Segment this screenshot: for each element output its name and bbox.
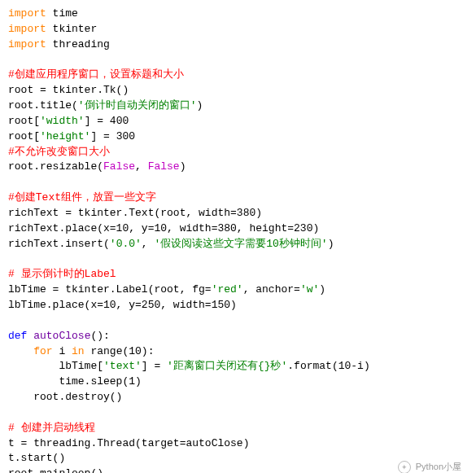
keyword-for: for xyxy=(33,345,52,357)
comment: #创建Text组件，放置一些文字 xyxy=(8,191,156,204)
code-text: t = threading.Thread(target=autoClose) xyxy=(8,437,249,449)
code-text: tkinter xyxy=(46,23,97,35)
watermark: ✦ Python小屋 xyxy=(398,461,461,473)
keyword-import: import xyxy=(8,7,46,20)
code-text: range(10): xyxy=(85,345,155,357)
code-text: ] = 300 xyxy=(90,130,135,142)
code-text: , xyxy=(142,238,155,250)
code-text: root[ xyxy=(8,115,40,127)
string: '0.0' xyxy=(110,238,142,250)
code-text: lbTime[ xyxy=(8,360,103,372)
string: '倒计时自动关闭的窗口' xyxy=(78,99,197,112)
code-text: ) xyxy=(319,283,325,296)
string: 'height' xyxy=(40,130,90,142)
code-text: lbTime = tkinter.Label(root, fg= xyxy=(8,283,212,296)
comment: #创建应用程序窗口，设置标题和大小 xyxy=(8,68,184,81)
code-text: root[ xyxy=(8,130,40,142)
comment: # 显示倒计时的Label xyxy=(8,268,116,280)
keyword-import: import xyxy=(8,23,46,35)
wechat-icon: ✦ xyxy=(398,461,411,473)
code-text: ] = 400 xyxy=(85,115,129,127)
string: 'w' xyxy=(300,283,319,296)
string: '距离窗口关闭还有{}秒' xyxy=(167,360,287,372)
code-text: lbTime.place(x=10, y=250, width=150) xyxy=(8,299,237,311)
string: 'width' xyxy=(40,115,85,127)
code-text: , anchor= xyxy=(243,283,300,296)
watermark-text: Python小屋 xyxy=(416,461,461,473)
keyword-false: False xyxy=(148,160,180,173)
code-text: richText.place(x=10, y=10, width=380, he… xyxy=(8,222,319,234)
comment: # 创建并启动线程 xyxy=(8,422,95,434)
code-text: ) xyxy=(196,99,203,112)
code-block: import time import tkinter import thread… xyxy=(8,7,468,473)
code-text: t.start() xyxy=(8,452,65,464)
code-text: root.resizable( xyxy=(8,160,103,173)
keyword-def: def xyxy=(8,330,27,342)
code-text: root.mainloop() xyxy=(8,467,103,473)
code-text: time xyxy=(46,7,78,20)
code-text: (): xyxy=(90,330,109,342)
code-text: root.destroy() xyxy=(8,391,122,403)
code-text xyxy=(8,345,33,357)
code-text: time.sleep(1) xyxy=(8,375,142,388)
string: '假设阅读这些文字需要10秒钟时间' xyxy=(154,238,327,250)
code-text: root = tkinter.Tk() xyxy=(8,84,129,96)
code-text: i xyxy=(53,345,72,357)
keyword-in: in xyxy=(72,345,85,357)
code-text: root.title( xyxy=(8,99,78,112)
string: 'red' xyxy=(212,283,243,296)
comment: #不允许改变窗口大小 xyxy=(8,146,110,158)
code-text: .format(10-i) xyxy=(287,360,369,372)
code-text: ) xyxy=(180,160,186,173)
code-text: richText = tkinter.Text(root, width=380) xyxy=(8,207,262,219)
code-text: ] = xyxy=(142,360,167,372)
code-text: ) xyxy=(328,238,334,250)
code-text: richText.insert( xyxy=(8,238,110,250)
keyword-false: False xyxy=(103,160,135,173)
keyword-import: import xyxy=(8,38,46,50)
string: 'text' xyxy=(103,360,142,372)
func-name: autoClose xyxy=(33,330,90,342)
code-text: threading xyxy=(46,38,110,50)
code-text: , xyxy=(135,160,148,173)
